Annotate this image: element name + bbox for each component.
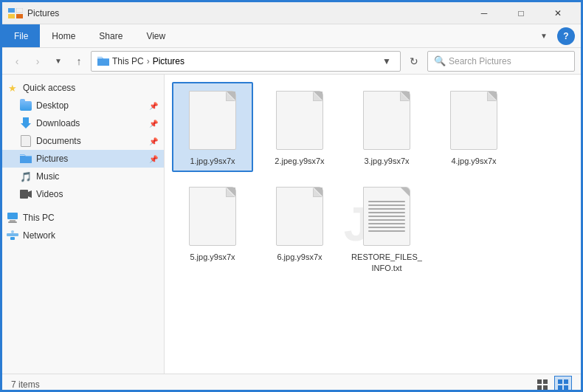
svg-rect-1 bbox=[16, 8, 23, 13]
tab-file[interactable]: File bbox=[2, 24, 40, 47]
svg-rect-17 bbox=[564, 379, 568, 384]
file-item[interactable]: 6.jpg.y9sx7x bbox=[259, 178, 340, 279]
search-box[interactable]: 🔍 Search Pictures bbox=[427, 51, 575, 72]
svg-rect-14 bbox=[537, 385, 542, 390]
view-controls bbox=[534, 376, 572, 393]
minimize-button[interactable]: ─ bbox=[467, 2, 501, 24]
sidebar-item-network[interactable]: Network bbox=[2, 227, 164, 244]
doc-file-icon bbox=[276, 187, 323, 246]
main-layout: ★ Quick access Desktop 📌 Downloads 📌 bbox=[2, 75, 581, 374]
tab-view[interactable]: View bbox=[134, 24, 177, 47]
help-button[interactable]: ? bbox=[557, 27, 575, 45]
file-icon-wrapper bbox=[360, 184, 413, 249]
txt-lines bbox=[368, 201, 405, 232]
view-grid-button[interactable] bbox=[534, 376, 551, 393]
sidebar-item-music[interactable]: 🎵 Music bbox=[2, 168, 164, 185]
documents-icon bbox=[20, 135, 32, 147]
pin-icon-documents: 📌 bbox=[149, 137, 158, 145]
music-icon: 🎵 bbox=[20, 171, 32, 182]
ribbon-right: ▼ ? bbox=[535, 24, 581, 47]
file-icon-wrapper bbox=[273, 88, 326, 153]
svg-marker-5 bbox=[28, 190, 32, 198]
svg-rect-10 bbox=[7, 233, 18, 236]
svg-rect-16 bbox=[558, 379, 562, 384]
file-item[interactable]: 2.jpeg.y9sx7x bbox=[259, 82, 340, 172]
svg-rect-3 bbox=[16, 14, 23, 18]
sidebar-label-downloads: Downloads bbox=[36, 118, 80, 128]
file-item[interactable]: 4.jpg.y9sx7x bbox=[433, 82, 514, 172]
sidebar-item-pictures[interactable]: Pictures 📌 bbox=[2, 150, 164, 168]
close-button[interactable]: ✕ bbox=[541, 2, 575, 24]
sidebar-label-network: Network bbox=[23, 230, 55, 241]
search-icon: 🔍 bbox=[434, 55, 446, 66]
title-bar: Pictures ─ □ ✕ bbox=[2, 2, 581, 24]
title-bar-controls: ─ □ ✕ bbox=[467, 2, 575, 24]
pin-icon-pictures: 📌 bbox=[149, 155, 158, 163]
path-dropdown-button[interactable]: ▼ bbox=[379, 52, 394, 70]
file-item[interactable]: 5.jpg.y9sx7x bbox=[172, 178, 253, 279]
content-area: JS 1.jpg.y9sx7x 2.jpeg.y9sx7x 3.jpg.y9sx… bbox=[165, 75, 581, 374]
sidebar-label-videos: Videos bbox=[36, 189, 63, 199]
svg-rect-4 bbox=[20, 190, 28, 199]
svg-rect-0 bbox=[8, 8, 15, 13]
doc-file-icon bbox=[189, 187, 236, 246]
file-item[interactable]: 3.jpg.y9sx7x bbox=[346, 82, 427, 172]
search-placeholder-text: Search Pictures bbox=[449, 56, 511, 66]
file-item[interactable]: RESTORE_FILES_INFO.txt bbox=[346, 178, 427, 279]
back-button[interactable]: ‹ bbox=[8, 52, 26, 70]
file-icon-wrapper bbox=[273, 184, 326, 249]
file-icon-wrapper bbox=[186, 184, 239, 249]
sidebar-label-documents: Documents bbox=[36, 136, 81, 146]
pin-icon-downloads: 📌 bbox=[149, 120, 158, 128]
path-thispc: This PC bbox=[112, 56, 144, 66]
doc-file-icon bbox=[450, 91, 497, 150]
title-bar-left: Pictures bbox=[8, 8, 59, 18]
sidebar-item-downloads[interactable]: Downloads 📌 bbox=[2, 114, 164, 132]
grid-view-icon bbox=[537, 379, 548, 390]
tab-home[interactable]: Home bbox=[40, 24, 87, 47]
title-text: Pictures bbox=[27, 8, 59, 18]
path-pictures: Pictures bbox=[153, 56, 184, 66]
svg-rect-6 bbox=[7, 213, 18, 219]
large-icons-view-icon bbox=[558, 379, 568, 390]
address-path[interactable]: This PC › Pictures ▼ bbox=[91, 51, 401, 72]
desktop-folder-icon bbox=[20, 100, 32, 111]
file-name: 5.jpg.y9sx7x bbox=[190, 252, 235, 262]
sidebar-label-quick-access: Quick access bbox=[23, 83, 75, 93]
title-bar-icon bbox=[8, 8, 23, 18]
downloads-icon bbox=[20, 117, 32, 129]
file-name: 4.jpg.y9sx7x bbox=[451, 156, 496, 166]
svg-rect-8 bbox=[8, 221, 17, 223]
pictures-folder-icon bbox=[20, 153, 32, 165]
sidebar-item-desktop[interactable]: Desktop 📌 bbox=[2, 97, 164, 114]
pin-icon-desktop: 📌 bbox=[149, 102, 158, 110]
maximize-button[interactable]: □ bbox=[504, 2, 538, 24]
svg-rect-12 bbox=[537, 379, 542, 384]
sidebar-item-quick-access[interactable]: ★ Quick access bbox=[2, 79, 164, 97]
sidebar-label-pictures: Pictures bbox=[36, 154, 68, 164]
sidebar-item-this-pc[interactable]: This PC bbox=[2, 209, 164, 227]
refresh-button[interactable]: ↻ bbox=[404, 51, 424, 72]
file-icon-wrapper bbox=[447, 88, 500, 153]
file-name: RESTORE_FILES_INFO.txt bbox=[351, 252, 423, 273]
tab-share[interactable]: Share bbox=[87, 24, 134, 47]
svg-rect-15 bbox=[543, 385, 548, 390]
status-bar: 7 items bbox=[2, 374, 581, 392]
view-large-icons-button[interactable] bbox=[554, 376, 572, 393]
file-item[interactable]: 1.jpg.y9sx7x bbox=[172, 82, 253, 172]
path-folder-icon bbox=[97, 56, 109, 66]
txt-file-icon bbox=[363, 187, 410, 246]
up-button[interactable]: ↑ bbox=[70, 52, 88, 70]
sidebar-label-music: Music bbox=[36, 171, 59, 182]
doc-file-icon bbox=[363, 91, 410, 150]
dropdown-recent-button[interactable]: ▼ bbox=[49, 52, 67, 70]
ribbon-collapse-button[interactable]: ▼ bbox=[535, 27, 553, 45]
sidebar-item-documents[interactable]: Documents 📌 bbox=[2, 132, 164, 150]
file-icon-wrapper bbox=[360, 88, 413, 153]
forward-button[interactable]: › bbox=[29, 52, 46, 70]
doc-file-icon bbox=[276, 91, 323, 150]
network-icon bbox=[7, 230, 18, 241]
svg-point-11 bbox=[11, 230, 14, 233]
sidebar-item-videos[interactable]: Videos bbox=[2, 185, 164, 203]
sidebar-label-this-pc: This PC bbox=[23, 213, 55, 223]
